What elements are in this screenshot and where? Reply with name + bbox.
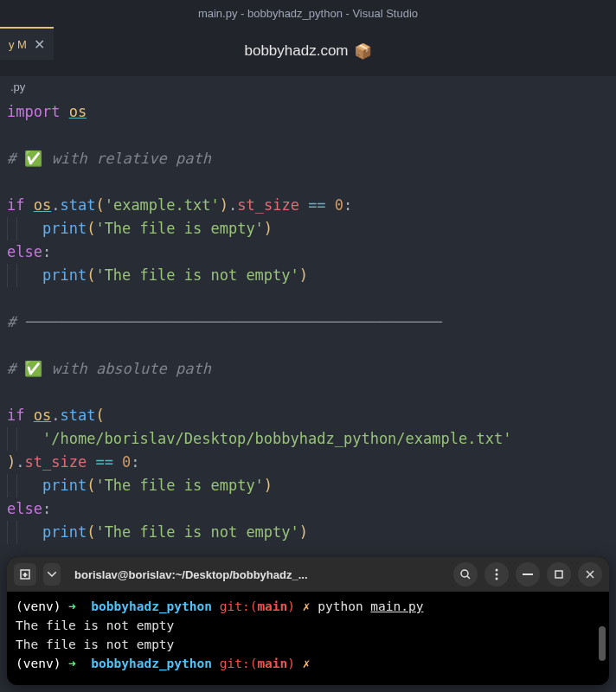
search-icon[interactable]	[453, 562, 478, 586]
code-line: # ──────────────────────────────────────…	[7, 311, 609, 334]
minimize-button[interactable]	[516, 562, 540, 586]
code-line: # ✅ with relative path	[7, 147, 609, 170]
code-line	[7, 381, 609, 404]
terminal-line: The file is not empty	[16, 635, 600, 654]
breadcrumb-file: .py	[10, 80, 25, 93]
menu-icon[interactable]	[484, 562, 509, 586]
svg-line-4	[467, 576, 470, 579]
terminal-header: borislav@borislav:~/Desktop/bobbyhadz_..…	[7, 557, 609, 592]
code-line: print('The file is empty')	[7, 217, 609, 240]
close-icon[interactable]: ✕	[34, 36, 45, 53]
code-line: print('The file is not empty')	[7, 521, 609, 544]
code-line: '/home/borislav/Desktop/bobbyhadz_python…	[7, 427, 609, 451]
svg-point-7	[496, 578, 498, 580]
svg-rect-2	[23, 574, 28, 576]
code-line: if os.stat(	[7, 404, 609, 427]
tab-bar: y M ✕ bobbyhadz.com 📦	[0, 26, 616, 76]
new-tab-button[interactable]	[14, 563, 36, 586]
code-line	[7, 124, 609, 147]
code-line	[7, 170, 609, 194]
tab-label: y M	[9, 38, 27, 51]
terminal-line: (venv) ➜ bobbyhadz_python git:(main) ✗	[16, 654, 600, 673]
terminal-window: borislav@borislav:~/Desktop/bobbyhadz_..…	[7, 557, 609, 685]
code-line: else:	[7, 497, 609, 521]
watermark: bobbyhadz.com 📦	[244, 42, 371, 61]
svg-point-5	[496, 569, 498, 572]
code-editor[interactable]: import os # ✅ with relative path if os.s…	[0, 97, 616, 548]
terminal-scrollbar[interactable]	[599, 626, 606, 661]
code-line: # ✅ with absolute path	[7, 357, 609, 381]
dropdown-button[interactable]	[43, 563, 61, 586]
window-title-bar: main.py - bobbyhadz_python - Visual Stud…	[0, 0, 616, 26]
code-line: print('The file is empty')	[7, 474, 609, 497]
tab-main-py[interactable]: y M ✕	[0, 27, 54, 60]
window-title: main.py - bobbyhadz_python - Visual Stud…	[198, 7, 418, 20]
svg-point-6	[496, 573, 498, 576]
terminal-body[interactable]: (venv) ➜ bobbyhadz_python git:(main) ✗ p…	[7, 592, 609, 685]
code-line: else:	[7, 240, 609, 264]
close-button[interactable]	[578, 562, 602, 586]
svg-point-3	[461, 570, 468, 577]
code-line: import os	[7, 100, 609, 124]
code-line: print('The file is not empty')	[7, 264, 609, 287]
code-line	[7, 287, 609, 311]
code-line	[7, 334, 609, 357]
maximize-button[interactable]	[547, 562, 571, 586]
terminal-line: The file is not empty	[16, 616, 600, 635]
watermark-text: bobbyhadz.com	[244, 42, 348, 60]
terminal-title: borislav@borislav:~/Desktop/bobbyhadz_..…	[67, 568, 446, 581]
code-line: if os.stat('example.txt').st_size == 0:	[7, 194, 609, 217]
svg-rect-8	[523, 573, 533, 575]
package-icon: 📦	[354, 42, 372, 61]
svg-rect-9	[555, 571, 562, 578]
breadcrumb[interactable]: .py	[0, 76, 616, 97]
terminal-line: (venv) ➜ bobbyhadz_python git:(main) ✗ p…	[16, 597, 600, 616]
code-line: ).st_size == 0:	[7, 451, 609, 474]
